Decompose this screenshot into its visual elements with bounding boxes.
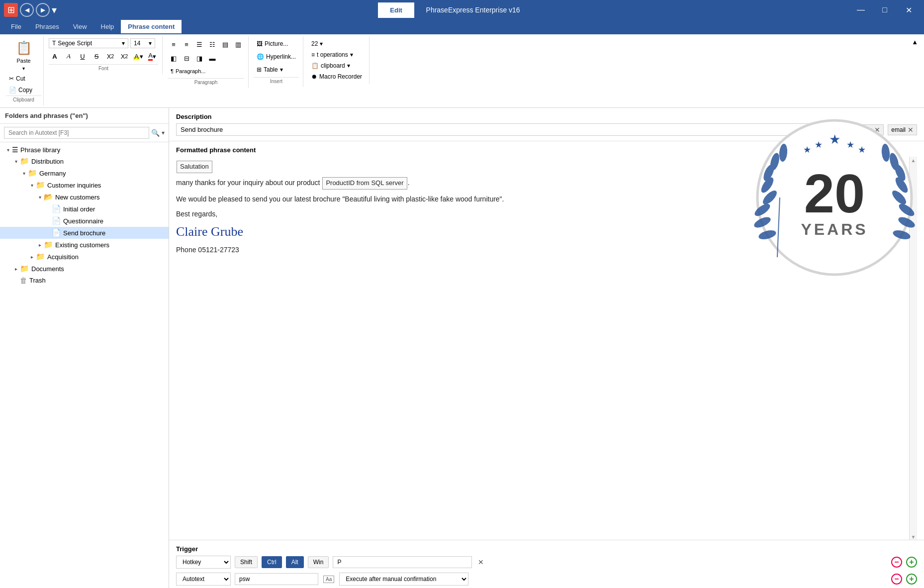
tree-item-distribution[interactable]: ▾ 📁 Distribution bbox=[0, 155, 169, 167]
description-input[interactable] bbox=[176, 123, 836, 136]
align-right-button[interactable]: ◨ bbox=[193, 52, 205, 64]
spacer-questionnaire: ▸ bbox=[44, 218, 52, 224]
copy-button[interactable]: 📄Copy bbox=[6, 85, 41, 96]
left-panel: Folders and phrases ("en") 🔍 ▾ ▾ ☰ Phras… bbox=[0, 108, 169, 588]
tree-item-new-customers[interactable]: ▾ 📂 New customers bbox=[0, 191, 169, 203]
bold-button[interactable]: A bbox=[49, 50, 61, 62]
numbering-button[interactable]: ☷ bbox=[206, 38, 218, 50]
tab-phrase-content[interactable]: Phrase content bbox=[121, 20, 182, 34]
ctrl-button[interactable]: Ctrl bbox=[262, 556, 282, 568]
align-list2-button[interactable]: ≡ bbox=[181, 38, 192, 50]
underline-button[interactable]: U bbox=[77, 50, 89, 62]
tag-sales-close[interactable]: ✕ bbox=[874, 126, 880, 134]
tree-item-send-brochure[interactable]: ▸ 📄 Send brochure bbox=[0, 227, 169, 239]
tab-view[interactable]: View bbox=[66, 20, 94, 34]
ribbon-collapse[interactable]: ▲ bbox=[910, 36, 920, 48]
maximize-button[interactable]: □ bbox=[873, 0, 896, 20]
right-panel: Description 🔍 sales ✕ email ✕ Formatted … bbox=[169, 108, 924, 588]
tab-phrases[interactable]: Phrases bbox=[28, 20, 66, 34]
font-size-selector[interactable]: 14 ▾ bbox=[130, 38, 155, 48]
shift-button[interactable]: Shift bbox=[235, 556, 258, 568]
align-center-button[interactable]: ⊟ bbox=[181, 52, 192, 64]
text-operations-button[interactable]: 22▾ bbox=[308, 38, 365, 49]
tree-item-questionnaire[interactable]: ▸ 📄 Questionnaire bbox=[0, 215, 169, 227]
execute-select[interactable]: Execute after manual confirmation bbox=[339, 573, 468, 586]
search-input[interactable] bbox=[4, 127, 149, 139]
expand-arrow-new-customers[interactable]: ▾ bbox=[36, 195, 44, 200]
expand-arrow-customer-inquiries[interactable]: ▾ bbox=[28, 183, 36, 188]
expand-arrow-documents[interactable]: ▸ bbox=[12, 266, 20, 272]
paste-button[interactable]: 📋 Paste ▾ bbox=[6, 38, 41, 73]
trigger-type-select[interactable]: Hotkey bbox=[176, 556, 231, 569]
list2-button[interactable]: ▥ bbox=[232, 38, 244, 50]
paragraph-group: ≡ ≡ ☰ ☷ ▤ ▥ ◧ ⊟ ◨ ▬ ¶ Paragraph... Parag… bbox=[164, 36, 249, 88]
hotkey-remove-button[interactable]: − bbox=[891, 557, 902, 568]
expand-arrow-germany[interactable]: ▾ bbox=[20, 171, 28, 176]
expand-arrow-distribution[interactable]: ▾ bbox=[12, 159, 20, 164]
phrase-content-area[interactable]: Salutation many thanks for your inquiry … bbox=[176, 157, 909, 540]
autotext-type-select[interactable]: Autotext bbox=[176, 573, 231, 586]
expand-arrow-existing-customers[interactable]: ▸ bbox=[36, 242, 44, 248]
tab-file[interactable]: File bbox=[4, 20, 28, 34]
scrollbar[interactable]: ▲ ▼ bbox=[909, 157, 917, 540]
font-selector[interactable]: T Segoe Script ▾ bbox=[49, 38, 128, 48]
tree-item-phrase-library[interactable]: ▾ ☰ Phrase library bbox=[0, 144, 169, 155]
tree-item-trash[interactable]: ▸ 🗑 Trash bbox=[0, 275, 169, 286]
description-row: 🔍 sales ✕ email ✕ bbox=[176, 123, 917, 136]
search-icon[interactable]: 🔍 bbox=[151, 129, 160, 137]
tag-email-close[interactable]: ✕ bbox=[908, 126, 914, 134]
hotkey-add-button[interactable]: + bbox=[906, 557, 917, 568]
cut-button[interactable]: ✂Cut bbox=[6, 73, 41, 84]
tab-edit[interactable]: Edit bbox=[378, 2, 414, 18]
macro-recorder-button[interactable]: ⏺Macro Recorder bbox=[308, 71, 365, 82]
alt-button[interactable]: Alt bbox=[286, 556, 304, 568]
search-box: 🔍 ▾ bbox=[0, 124, 169, 142]
back-button[interactable]: ◀ bbox=[20, 3, 34, 17]
dropdown-arrow[interactable]: ▾ bbox=[52, 4, 57, 16]
tree-item-customer-inquiries[interactable]: ▾ 📁 Customer inquiries bbox=[0, 179, 169, 191]
autotext-add-button[interactable]: + bbox=[906, 574, 917, 585]
tree-item-germany[interactable]: ▾ 📁 Germany bbox=[0, 167, 169, 179]
autotext-input[interactable] bbox=[235, 573, 318, 585]
tree-item-documents[interactable]: ▸ 📁 Documents bbox=[0, 263, 169, 275]
hyperlink-button[interactable]: 🌐 Hyperlink... bbox=[254, 51, 299, 62]
tree-view: ▾ ☰ Phrase library ▾ 📁 Distribution ▾ 📁 … bbox=[0, 142, 169, 588]
key-input[interactable] bbox=[333, 556, 472, 568]
minimize-button[interactable]: — bbox=[849, 0, 872, 20]
close-button[interactable]: ✕ bbox=[897, 0, 920, 20]
expand-arrow-acquisition[interactable]: ▸ bbox=[28, 254, 36, 260]
autotext-remove-button[interactable]: − bbox=[891, 574, 902, 585]
list-button[interactable]: ▤ bbox=[219, 38, 231, 50]
subscript-button[interactable]: X2 bbox=[104, 50, 116, 62]
tree-item-acquisition[interactable]: ▸ 📁 Acquisition bbox=[0, 251, 169, 263]
tree-item-initial-order[interactable]: ▸ 📄 Initial order bbox=[0, 203, 169, 215]
hotkey-clear-button[interactable]: ✕ bbox=[476, 557, 486, 567]
sql-chip[interactable]: ProductID from SQL server bbox=[322, 177, 407, 190]
expand-arrow-phrase-library[interactable]: ▾ bbox=[4, 147, 12, 153]
bullets-button[interactable]: ☰ bbox=[193, 38, 205, 50]
forward-button[interactable]: ▶ bbox=[36, 3, 50, 17]
clipboard-dropdown-button[interactable]: 📋clipboard▾ bbox=[308, 60, 365, 71]
paragraph-button[interactable]: ¶ Paragraph... bbox=[168, 66, 208, 76]
clipboard-group: 📋 Paste ▾ ✂Cut 📄Copy Clipboard bbox=[4, 36, 44, 105]
tree-item-existing-customers[interactable]: ▸ 📁 Existing customers bbox=[0, 239, 169, 251]
italic-button[interactable]: A bbox=[63, 50, 75, 62]
autotext-row: Autotext Aa Execute after manual confirm… bbox=[176, 573, 917, 586]
align-left-button[interactable]: ◧ bbox=[168, 52, 180, 64]
highlight-button[interactable]: A ▾ bbox=[132, 50, 144, 62]
folder-icon-new-customers: 📂 bbox=[44, 193, 53, 201]
superscript-button[interactable]: X2 bbox=[118, 50, 130, 62]
tag-clear-icon[interactable]: 🔍 bbox=[840, 126, 849, 134]
win-button[interactable]: Win bbox=[308, 556, 329, 568]
folders-header: Folders and phrases ("en") bbox=[0, 108, 169, 124]
align-list1-button[interactable]: ≡ bbox=[168, 38, 180, 50]
strikethrough-button[interactable]: S bbox=[91, 50, 102, 62]
search-dropdown[interactable]: ▾ bbox=[162, 129, 165, 136]
font-color-button[interactable]: A ▾ bbox=[146, 50, 158, 62]
salutation-chip[interactable]: Salutation bbox=[177, 161, 212, 173]
table-button[interactable]: ⊞ Table ▾ bbox=[254, 64, 299, 75]
picture-button[interactable]: 🖼 Picture... bbox=[254, 38, 299, 49]
extra-button2[interactable]: ≡t operations▾ bbox=[308, 49, 365, 60]
justify-button[interactable]: ▬ bbox=[206, 52, 218, 64]
tab-help[interactable]: Help bbox=[94, 20, 121, 34]
